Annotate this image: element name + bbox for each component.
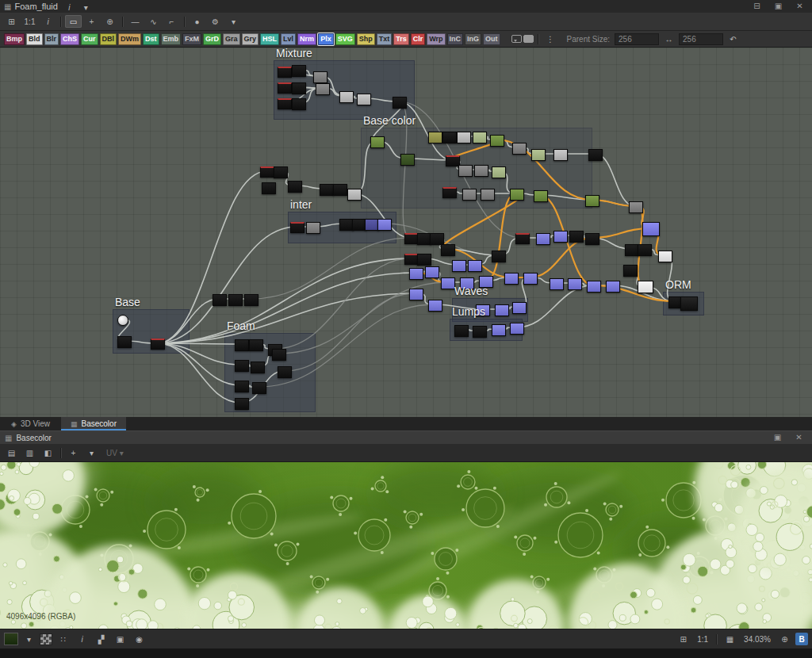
filter-fxm[interactable]: FxM — [182, 33, 201, 45]
filter-gra[interactable]: Gra — [223, 33, 240, 45]
settings-caret-icon[interactable]: ▾ — [225, 15, 242, 28]
filter-svg[interactable]: SVG — [335, 33, 355, 45]
graph-node[interactable] — [292, 98, 306, 110]
info-icon[interactable]: i — [40, 15, 56, 28]
pan-tool-icon[interactable]: + — [83, 15, 100, 28]
size-link-icon[interactable]: ↔ — [661, 33, 677, 45]
zoom-level[interactable]: 34.03% — [741, 635, 774, 644]
graph-node[interactable] — [117, 315, 128, 326]
graph-node[interactable] — [409, 289, 423, 300]
zoom-tool-icon[interactable]: ⊕ — [102, 15, 118, 28]
picker-icon[interactable]: ◉ — [131, 633, 147, 645]
graph-node[interactable] — [457, 132, 471, 143]
parent-size-width-field[interactable]: 256 — [615, 33, 659, 45]
graph-node[interactable] — [251, 362, 265, 373]
graph-node[interactable] — [370, 136, 385, 148]
filter-chs[interactable]: ChS — [60, 33, 79, 45]
filter-shp[interactable]: Shp — [357, 33, 375, 45]
graph-node[interactable] — [213, 294, 227, 306]
graph-node[interactable] — [262, 182, 276, 194]
graph-node[interactable] — [417, 254, 431, 266]
graph-node[interactable] — [278, 366, 292, 378]
graph-node[interactable] — [235, 339, 249, 351]
graph-node[interactable] — [442, 187, 457, 198]
graph-node[interactable] — [473, 326, 487, 338]
dots-icon[interactable]: ⋮ — [542, 33, 559, 45]
graph-node[interactable] — [623, 265, 638, 277]
graph-node[interactable] — [492, 324, 506, 336]
background-toggle-icon[interactable]: ◧ — [40, 446, 56, 459]
graph-node[interactable] — [523, 273, 538, 285]
filter-cur[interactable]: Cur — [81, 33, 98, 45]
graph-node[interactable] — [550, 278, 564, 290]
transform-icon[interactable]: + — [65, 446, 82, 459]
graph-node[interactable] — [658, 251, 672, 262]
graph-node[interactable] — [409, 268, 423, 280]
zoom-actual-label[interactable]: 1:1 — [21, 15, 38, 28]
texture-2d-view[interactable]: 4096x4096 (RGBA) — [0, 462, 812, 629]
filter-bmp[interactable]: Bmp — [4, 33, 25, 45]
close-icon[interactable]: ✕ — [791, 0, 808, 13]
filter-inc[interactable]: InC — [447, 33, 464, 45]
filter-dwm[interactable]: DWm — [118, 33, 141, 45]
channels-icon[interactable]: ∷ — [55, 633, 71, 645]
graph-node[interactable] — [510, 323, 524, 335]
graph-node[interactable] — [244, 294, 259, 306]
filtering-icon[interactable]: ▞ — [93, 633, 109, 645]
link-ortho-icon[interactable]: ⌐ — [163, 15, 180, 28]
node-graph-canvas[interactable]: MixtureBase colorinterBaseFoamWavesLumps… — [0, 48, 812, 417]
graph-node[interactable] — [534, 190, 548, 202]
graph-node[interactable] — [588, 149, 603, 161]
transform-caret-icon[interactable]: ▾ — [83, 446, 100, 459]
link-curved-icon[interactable]: ∿ — [145, 15, 162, 28]
filter-blr[interactable]: Blr — [44, 33, 59, 45]
graph-node[interactable] — [531, 149, 546, 161]
graph-node[interactable] — [393, 97, 407, 109]
alpha-checker-icon[interactable] — [40, 633, 52, 645]
parent-size-height-field[interactable]: 256 — [679, 33, 723, 45]
graph-node[interactable] — [504, 273, 519, 285]
graph-node[interactable] — [252, 382, 266, 394]
graph-node[interactable] — [117, 336, 132, 348]
graph-node[interactable] — [452, 260, 466, 272]
settings-gear-icon[interactable]: ⚙ — [207, 15, 224, 28]
graph-node[interactable] — [442, 132, 457, 143]
graph-node[interactable] — [428, 132, 442, 143]
graph-node[interactable] — [585, 233, 599, 245]
graph-node[interactable] — [492, 166, 506, 178]
graph-node[interactable] — [492, 251, 506, 262]
graph-node[interactable] — [377, 219, 392, 231]
graph-node[interactable] — [235, 398, 249, 410]
graph-node[interactable] — [306, 222, 320, 234]
graph-tab-title[interactable]: Foam_fluid — [14, 2, 57, 11]
filter-txt[interactable]: Txt — [377, 33, 393, 45]
graph-node[interactable] — [151, 339, 165, 350]
graph-node[interactable] — [638, 244, 652, 256]
thumb-caret-icon[interactable]: ▾ — [21, 633, 37, 645]
graph-node[interactable] — [288, 181, 302, 193]
snap-grid-icon[interactable]: ⊞ — [3, 15, 20, 28]
graph-node[interactable] — [454, 325, 469, 337]
graph-node[interactable] — [553, 231, 568, 243]
graph-node[interactable] — [278, 98, 292, 109]
export-image-icon[interactable]: ▤ — [3, 446, 20, 459]
filter-out[interactable]: Out — [483, 33, 500, 45]
filter-clr[interactable]: Clr — [411, 33, 426, 45]
minimize-icon[interactable]: ⊟ — [749, 0, 765, 13]
graph-node[interactable] — [316, 83, 330, 95]
graph-node[interactable] — [638, 281, 653, 293]
graph-node[interactable] — [278, 82, 292, 94]
graph-node[interactable] — [490, 135, 504, 147]
background-mode-button[interactable]: B — [795, 633, 808, 645]
close-icon[interactable]: ✕ — [791, 431, 807, 444]
edit-icon[interactable]: ▾ — [78, 1, 94, 13]
filter-wrp[interactable]: Wrp — [427, 33, 445, 45]
graph-node[interactable] — [512, 143, 527, 155]
float-icon[interactable]: ▣ — [770, 0, 787, 13]
graph-node[interactable] — [474, 165, 488, 177]
material-preview-icon[interactable]: ● — [189, 15, 205, 28]
graph-node[interactable] — [428, 300, 442, 312]
graph-node[interactable] — [536, 233, 550, 245]
channel-view-icon[interactable]: ▥ — [21, 446, 38, 459]
tab-3d-view[interactable]: ◈ 3D View — [2, 417, 59, 430]
